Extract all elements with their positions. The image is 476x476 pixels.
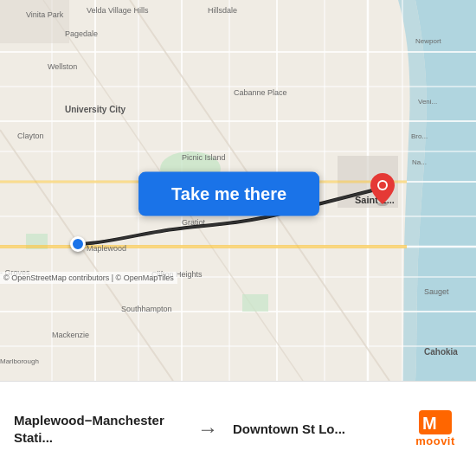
svg-text:Southhampton: Southhampton: [121, 305, 172, 313]
svg-text:University City: University City: [65, 105, 125, 114]
svg-text:Cabanne Place: Cabanne Place: [234, 88, 287, 97]
svg-text:Picnic Island: Picnic Island: [182, 153, 226, 162]
destination-marker: [370, 173, 395, 206]
svg-text:Pagedale: Pagedale: [65, 29, 98, 38]
svg-text:Bro...: Bro...: [411, 132, 428, 140]
svg-text:Wellston: Wellston: [48, 62, 77, 71]
dest-station-box: Downtown St Lo...: [229, 414, 405, 445]
svg-text:Sauget: Sauget: [424, 287, 449, 296]
moovit-icon: M: [419, 410, 452, 434]
dest-station-name: Downtown St Lo...: [233, 421, 402, 438]
svg-rect-27: [0, 0, 69, 43]
take-me-there-button[interactable]: Take me there: [138, 172, 319, 216]
svg-text:Marlborough: Marlborough: [0, 357, 39, 365]
svg-text:Veni...: Veni...: [418, 98, 437, 106]
map-container: Vinita Park Velda Village Hills Hillsdal…: [0, 0, 476, 381]
svg-text:M: M: [422, 414, 437, 433]
svg-text:Mackenzie: Mackenzie: [52, 331, 89, 339]
svg-text:Vinita Park: Vinita Park: [26, 10, 64, 19]
button-overlay: Take me there: [138, 172, 319, 216]
moovit-logo: M moovit: [405, 410, 466, 447]
origin-station-name: Maplewood−Manchester Stati...: [14, 412, 183, 446]
svg-text:Na...: Na...: [412, 158, 427, 166]
svg-text:Clayton: Clayton: [17, 132, 44, 140]
svg-text:Newport: Newport: [415, 37, 442, 45]
svg-text:Hillsdale: Hillsdale: [208, 6, 237, 15]
origin-station-box: Maplewood−Manchester Stati...: [10, 405, 186, 453]
svg-text:Cahokia: Cahokia: [424, 347, 458, 357]
svg-text:Velda Village Hills: Velda Village Hills: [87, 6, 149, 15]
bottom-bar: Maplewood−Manchester Stati... → Downtown…: [0, 381, 476, 476]
moovit-text: moovit: [415, 434, 455, 447]
svg-point-53: [379, 182, 386, 189]
copyright-notice: © OpenStreetMap contributors | © OpenMap…: [0, 272, 177, 284]
svg-text:Maplewood: Maplewood: [87, 244, 126, 253]
origin-marker: [70, 236, 86, 252]
svg-rect-25: [242, 294, 268, 312]
arrow-box: →: [186, 417, 229, 441]
direction-arrow-icon: →: [197, 417, 218, 441]
